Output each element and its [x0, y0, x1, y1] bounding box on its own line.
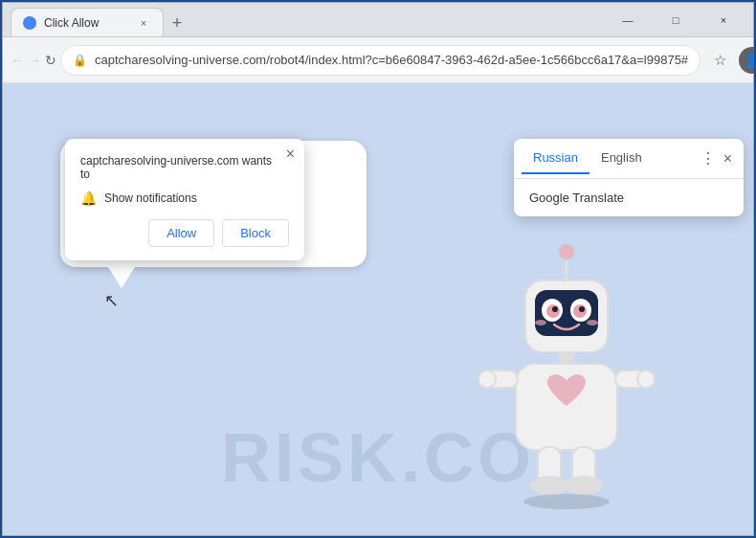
title-bar: Click Allow × + — □ × [3, 3, 753, 37]
svg-point-10 [535, 320, 546, 325]
svg-point-8 [552, 306, 558, 312]
notification-popup: × captcharesolving-universe.com wants to… [65, 139, 304, 260]
new-tab-button[interactable]: + [164, 10, 190, 36]
block-button[interactable]: Block [222, 219, 289, 247]
allow-button[interactable]: Allow [148, 219, 214, 247]
refresh-button[interactable]: ↻ [45, 45, 56, 76]
forward-button[interactable]: → [28, 45, 41, 76]
svg-point-1 [559, 244, 574, 259]
popup-row-text: Show notifications [104, 191, 197, 205]
close-button[interactable]: × [701, 6, 745, 34]
translate-popup: Russian English ⋮ × Google Translate [514, 139, 744, 216]
translate-menu-icon[interactable]: ⋮ [697, 146, 720, 171]
svg-point-22 [523, 494, 610, 509]
svg-point-20 [530, 476, 568, 495]
popup-close-button[interactable]: × [286, 146, 295, 162]
back-button[interactable]: ← [11, 45, 24, 76]
url-text: captcharesolving-universe.com/robot4/ind… [95, 53, 688, 67]
tab-favicon [23, 16, 36, 30]
svg-point-9 [579, 306, 585, 312]
tab-english[interactable]: English [589, 143, 654, 174]
minimize-button[interactable]: — [606, 6, 650, 34]
lock-icon: 🔒 [73, 54, 87, 67]
tab-title: Click Allow [44, 16, 99, 30]
translate-close-button[interactable]: × [720, 146, 736, 171]
svg-point-15 [478, 370, 496, 388]
mouse-cursor: ↖ [104, 292, 119, 309]
translate-body: Google Translate [514, 179, 744, 216]
omnibox[interactable]: 🔒 captcharesolving-universe.com/robot4/i… [60, 45, 700, 76]
active-tab[interactable]: Click Allow × [11, 8, 164, 36]
profile-icon[interactable]: 👤 [737, 45, 756, 76]
robot-svg [456, 229, 677, 516]
svg-rect-12 [559, 351, 574, 365]
robot-illustration [456, 229, 677, 516]
popup-row: 🔔 Show notifications [80, 191, 289, 206]
tab-close-button[interactable]: × [136, 15, 151, 31]
toolbar-icons: ☆ 👤 ⋮ [704, 45, 756, 76]
bell-icon: 🔔 [80, 191, 97, 206]
profile-avatar: 👤 [739, 47, 756, 74]
browser-window: Click Allow × + — □ × ← → ↻ 🔒 captchares… [2, 2, 754, 536]
window-controls: — □ × [606, 6, 745, 34]
popup-buttons: Allow Block [80, 219, 289, 247]
svg-point-17 [637, 370, 655, 388]
tab-strip: Click Allow × + [11, 3, 602, 36]
translate-header: Russian English ⋮ × [514, 139, 744, 179]
tab-russian[interactable]: Russian [522, 143, 589, 174]
address-bar: ← → ↻ 🔒 captcharesolving-universe.com/ro… [3, 37, 753, 83]
maximize-button[interactable]: □ [654, 6, 698, 34]
popup-title: captcharesolving-universe.com wants to [80, 154, 289, 181]
bookmark-icon[interactable]: ☆ [704, 45, 735, 76]
svg-rect-13 [516, 364, 617, 450]
page-content: RISK.CO CLICK «ALLOW» TO CONFIRM THAT YO… [3, 83, 753, 535]
svg-point-21 [565, 476, 603, 495]
google-translate-label: Google Translate [529, 191, 624, 205]
svg-point-11 [587, 320, 598, 325]
